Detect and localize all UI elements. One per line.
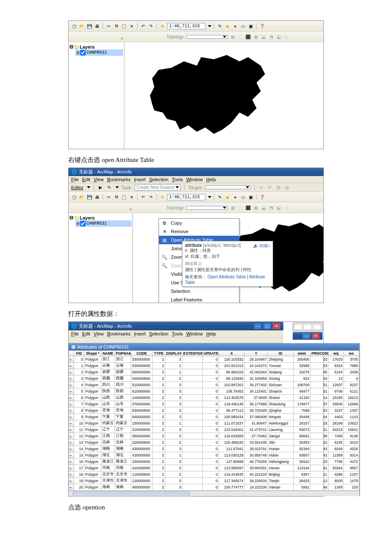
column-header[interactable]: PROCODE <box>311 351 329 356</box>
save-icon[interactable]: 💾 <box>86 194 92 200</box>
column-header[interactable]: Shape * <box>84 351 101 356</box>
menu-insert[interactable]: Insert <box>134 177 146 182</box>
paste-icon[interactable]: 📋 <box>121 23 127 29</box>
column-header[interactable]: wq <box>329 351 344 356</box>
print-icon[interactable]: 🖶 <box>94 23 100 29</box>
menu-tools[interactable]: Tools <box>172 331 183 336</box>
editor-toolbar-icon[interactable]: ✎ <box>217 23 223 29</box>
menu-bookmarks[interactable]: Bookmarks <box>107 177 130 182</box>
table-row[interactable]: ▸4Polygon四川四川510000000230102.89720130.27… <box>69 382 359 388</box>
table-row[interactable]: ▸16Polygon黑龙江黑龙江230000000230127.8068846.… <box>69 459 359 465</box>
cut-icon[interactable]: ✂ <box>106 194 112 200</box>
scale-input[interactable]: 1:40,711,315 <box>167 194 205 200</box>
layer-chnpro31[interactable]: ⊟ CHNPRO31 <box>75 49 123 56</box>
new-icon[interactable]: ▢ <box>71 194 77 200</box>
close-button[interactable]: ✕ <box>272 323 281 330</box>
table-row[interactable]: ▸19Polygon天津市天津市120000000250117.34507439… <box>69 478 359 484</box>
scale-dropdown-icon[interactable] <box>208 25 211 27</box>
delete-icon[interactable]: ✕ <box>129 194 135 200</box>
table-row[interactable]: ▸15Polygon湖北湖北420000000210113.03012830.8… <box>69 452 359 459</box>
menu-bar[interactable]: File Edit View Bookmarks Insert Selectio… <box>69 176 323 183</box>
menu-view[interactable]: View <box>94 331 104 336</box>
column-header[interactable]: FID <box>74 351 84 356</box>
table-row[interactable]: ▸10Polygon内蒙古内蒙古150000000210111.07163741… <box>69 420 359 427</box>
layers-root[interactable]: ⊟ 🗀 Layers <box>69 215 132 220</box>
menu-help[interactable]: Help <box>206 331 216 336</box>
attr-icon[interactable]: ▥ <box>275 185 281 191</box>
table-row[interactable]: ▸13Polygon吉林吉林220000000220126.45824543.5… <box>69 439 359 446</box>
ctx-remove[interactable]: ✕ Remove <box>159 227 239 236</box>
column-header[interactable]: TYPE <box>153 351 165 356</box>
topo-icon[interactable]: ▦ <box>230 205 236 211</box>
toc-close-icon[interactable]: × <box>121 36 123 41</box>
ctx-selection[interactable]: Selection <box>159 287 239 295</box>
menu-file[interactable]: File <box>71 331 79 336</box>
copy-icon[interactable]: ⧉ <box>113 194 119 200</box>
table-row[interactable]: ▸11Polygon辽宁辽宁210000000230123.51640141.4… <box>69 427 359 433</box>
menu-insert[interactable]: Insert <box>134 331 146 336</box>
rotate-icon[interactable]: ⟳ <box>267 185 273 191</box>
topo-b-icon[interactable]: ⬔ <box>268 34 274 40</box>
h-scrollbar[interactable] <box>69 491 359 496</box>
sketch-props-icon[interactable]: ▤ <box>284 185 290 191</box>
minus-icon[interactable]: ⊟ <box>69 44 73 49</box>
model-icon[interactable]: ▣ <box>248 194 254 200</box>
target-combo[interactable] <box>205 185 251 189</box>
menu-help[interactable]: Help <box>206 177 216 182</box>
layers-root[interactable]: ⊟ 🗀 Layers <box>69 44 123 49</box>
menu-window[interactable]: Window <box>186 177 203 182</box>
column-header[interactable]: Y <box>245 351 268 356</box>
column-header[interactable]: POPNAME <box>115 351 131 356</box>
editor-menu[interactable]: Editor <box>71 185 84 190</box>
topo-icon[interactable]: ⬕ <box>276 205 282 211</box>
topo-icon[interactable]: ⬛ <box>245 205 251 211</box>
map-view[interactable] <box>124 42 323 149</box>
table-row[interactable]: ▸14Polygon湖南湖南430000000230111.5794128.01… <box>69 446 359 452</box>
topo-c-icon[interactable]: ⬕ <box>276 34 282 40</box>
speaker-icon[interactable]: 🔊 <box>253 243 258 248</box>
minus-icon[interactable]: ⊟ <box>77 221 79 226</box>
column-header[interactable]: NAME <box>101 351 115 356</box>
cut-icon[interactable]: ✂ <box>106 23 112 29</box>
layer-visibility-checkbox[interactable] <box>80 50 86 55</box>
whats-this-icon[interactable]: ❓ <box>259 194 265 200</box>
arctoolbox-icon[interactable]: ● <box>232 194 238 200</box>
column-header[interactable]: ID <box>268 351 294 356</box>
add-data-icon[interactable]: ✚ <box>159 23 165 29</box>
v-scrollbar[interactable] <box>359 343 360 496</box>
menu-selection[interactable]: Selection <box>149 177 168 182</box>
menu-window[interactable]: Window <box>186 331 203 336</box>
layer-chnpro31[interactable]: ⊟ CHNPRO31 <box>75 220 132 227</box>
editor-toolbar-icon[interactable]: ✎ <box>217 194 223 200</box>
sketch-tool-icon[interactable]: ✎ <box>106 185 112 191</box>
menu-edit[interactable]: Edit <box>82 331 90 336</box>
table-row[interactable]: ▸7Polygon山东山东370000000230118.49014836.17… <box>69 401 359 408</box>
dict-more-link[interactable]: 详细» <box>259 243 270 248</box>
ctx-copy[interactable]: ⧉ Copy <box>159 219 239 227</box>
toc-close-icon[interactable]: × <box>129 207 132 212</box>
layer-visibility-checkbox[interactable] <box>80 221 86 226</box>
table-row[interactable]: ▸12Polygon江西江西360000000220115.63358327.7… <box>69 433 359 439</box>
minus-icon[interactable]: ⊟ <box>69 215 73 220</box>
sketch-dropdown-icon[interactable] <box>115 186 119 188</box>
topo-icon[interactable]: ⬔ <box>268 205 274 211</box>
add-data-icon[interactable]: ✚ <box>159 194 165 200</box>
table-row[interactable]: ▸5Polygon陕西陕西610000000230108.7645234.115… <box>69 388 359 395</box>
menu-view[interactable]: View <box>94 177 104 182</box>
table-row[interactable]: ▸1Polygon云南云南530000000210101.50131324.14… <box>69 363 359 369</box>
table-row[interactable]: ▸9Polygon宁夏宁夏640000000230105.98543437.06… <box>69 414 359 420</box>
paste-icon[interactable]: 📋 <box>121 194 127 200</box>
column-header[interactable]: CODE <box>131 351 153 356</box>
table-row[interactable]: ▸2Polygon新疆新疆65000000021085.65010342.002… <box>69 369 359 376</box>
split-icon[interactable]: ✕ <box>258 185 264 191</box>
topo-edit-icon[interactable]: ⬚ <box>237 34 243 40</box>
column-header[interactable]: west <box>294 351 311 356</box>
redo-icon[interactable]: ↷ <box>148 23 154 29</box>
table-row[interactable]: ▸6Polygon山西山西140000000230112.30257637.69… <box>69 395 359 401</box>
ctx-label-feat[interactable]: Label Features <box>159 295 239 303</box>
cmd-line-icon[interactable]: ▭ <box>240 194 246 200</box>
table-row[interactable]: ▸8Polygon青海青海63000000023096.47711335.723… <box>69 408 359 414</box>
close-button[interactable]: ✕ <box>311 332 320 339</box>
topology-combo[interactable] <box>186 206 228 210</box>
minimize-button[interactable]: — <box>254 323 262 330</box>
